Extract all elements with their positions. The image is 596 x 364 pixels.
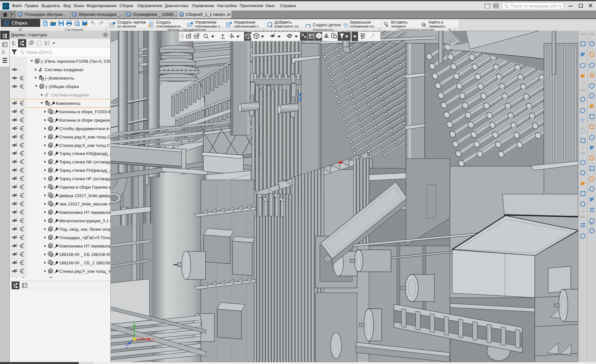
svg-text:+: + [386,24,388,28]
svg-text:AB: AB [422,23,426,26]
svg-text:Z: Z [126,344,128,348]
svg-text:1: 1 [15,41,16,43]
svg-text:X: X [152,337,155,341]
svg-text:+: + [346,22,347,25]
svg-text:K: K [5,5,7,8]
svg-text:2: 2 [15,44,16,46]
svg-text:+: + [271,22,273,25]
svg-text:G?: G? [590,222,594,226]
svg-text:+: + [309,24,311,27]
svg-text:Y: Y [132,320,135,324]
